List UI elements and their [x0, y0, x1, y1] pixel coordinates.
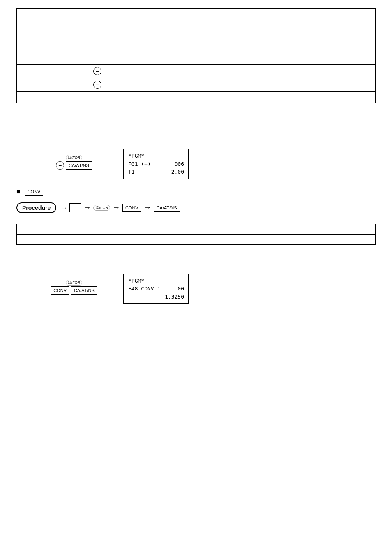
ca-at-ns-key3: CA/AT/NS — [71, 286, 97, 295]
display2-line3: 1.3250 — [128, 293, 184, 301]
display2-f48: F48 CONV 1 — [128, 285, 160, 293]
display2-line1-right — [181, 277, 184, 285]
table-row — [17, 9, 376, 20]
procedure-label: Procedure — [16, 202, 56, 213]
table-row: − — [17, 65, 376, 78]
black-square-icon: ■ — [16, 188, 21, 195]
table-cell-left: − — [17, 65, 178, 78]
display2-line2: F48 CONV 1 00 — [128, 285, 184, 293]
table-cell-right — [178, 234, 375, 244]
main-table: − − — [16, 8, 376, 103]
table-cell-right — [178, 92, 375, 103]
secondary-table — [16, 224, 376, 245]
table-row — [17, 31, 376, 42]
table-row — [17, 42, 376, 53]
procedure-key-sequence: → @/FOR → CONV → CA/AT/NS — [69, 203, 180, 212]
diagram2-top-line — [49, 274, 99, 274]
table-cell-left — [17, 9, 178, 20]
display-line2: F01 (−) 006 — [128, 160, 184, 168]
table-row — [17, 234, 376, 244]
diagram2-section: @/FOR CONV CA/AT/NS *PGM* F48 CONV 1 00 … — [49, 274, 376, 304]
table-row: − — [17, 78, 376, 92]
table-row — [17, 224, 376, 234]
table-cell-right — [178, 9, 375, 20]
procedure-row: Procedure → → @/FOR → CONV → CA/AT/NS — [16, 200, 376, 216]
display2-line1: *PGM* — [128, 277, 184, 285]
procedure-flow: → → @/FOR → CONV → CA/AT/NS — [61, 200, 180, 216]
diagram2-left: @/FOR CONV CA/AT/NS — [49, 274, 99, 298]
table-cell-left — [17, 92, 178, 103]
display2-pgm: *PGM* — [128, 277, 144, 285]
table-cell-left: − — [17, 78, 178, 92]
table-cell-left — [17, 234, 178, 244]
table-row — [17, 53, 376, 65]
circle-minus-stack: @/FOR − CA/AT/NS — [56, 155, 92, 170]
table-row — [17, 20, 376, 31]
display2-rate: 1.3250 — [165, 293, 184, 301]
table-cell-right — [178, 20, 375, 31]
diagram1-left: @/FOR − CA/AT/NS — [49, 149, 99, 173]
table-cell-right — [178, 65, 375, 78]
ca-at-ns-key: CA/AT/NS — [66, 161, 92, 170]
conv-key3: CONV — [51, 286, 69, 295]
diagram1-top-line — [49, 149, 99, 149]
table-cell-left — [17, 53, 178, 65]
display-line1-right — [181, 152, 184, 160]
display-006: 006 — [175, 160, 184, 168]
key-sequence-1: @/FOR − CA/AT/NS — [56, 155, 92, 170]
for-sublabel2: @/FOR — [66, 280, 83, 286]
for-label: @/FOR — [66, 155, 83, 160]
key-sequence-2: @/FOR CONV CA/AT/NS — [51, 280, 97, 295]
display-t1: T1 — [128, 168, 135, 176]
flow-start-arrow: → — [61, 204, 67, 211]
for-sublabel: @/FOR — [93, 205, 110, 211]
display-minus200: -2.00 — [168, 168, 184, 176]
ca-at-ns-key2: CA/AT/NS — [154, 204, 180, 212]
display2-line3-left — [128, 293, 131, 301]
table-cell-left — [17, 31, 178, 42]
conv-key-inline: CONV — [25, 188, 44, 196]
table-cell-right — [178, 78, 375, 92]
conv-key: CONV — [25, 188, 44, 196]
spacer — [16, 116, 376, 140]
arrow-icon3: → — [144, 203, 151, 212]
spacer2 — [16, 249, 376, 265]
table-cell-right — [178, 31, 375, 42]
table-cell-left — [17, 20, 178, 31]
display1: *PGM* F01 (−) 006 T1 -2.00 — [123, 149, 189, 179]
conv-key2: CONV — [122, 204, 141, 212]
table-cell-right — [178, 53, 375, 65]
diagram1-section: @/FOR − CA/AT/NS *PGM* F01 (−) 006 T1 -2… — [49, 149, 376, 179]
arrow-icon2: → — [113, 203, 120, 212]
table-row — [17, 92, 376, 103]
display2: *PGM* F48 CONV 1 00 1.3250 — [123, 274, 189, 304]
input-placeholder — [69, 203, 81, 212]
diagram2-for-stack: @/FOR CONV CA/AT/NS — [51, 280, 97, 295]
table-cell-right — [178, 42, 375, 53]
circle-minus-icon: − — [93, 81, 101, 89]
display-line1: *PGM* — [128, 152, 184, 160]
display-line3: T1 -2.00 — [128, 168, 184, 176]
arrow-icon: → — [83, 203, 91, 212]
table-cell-left — [17, 42, 178, 53]
conv-header: ■ CONV — [16, 188, 376, 196]
circle-minus-key: − — [56, 161, 64, 170]
table-cell-right — [178, 224, 375, 234]
display-pgm-label: *PGM* — [128, 152, 144, 160]
for-key-stack: @/FOR — [93, 205, 110, 211]
display2-00: 00 — [178, 285, 184, 293]
table-cell-left — [17, 224, 178, 234]
circle-minus-icon: − — [93, 67, 101, 75]
display-f01: F01 (−) — [128, 160, 151, 168]
